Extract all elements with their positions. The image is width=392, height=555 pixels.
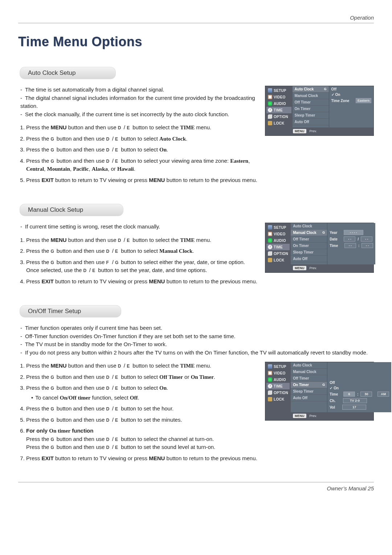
time-icon [268,108,272,112]
time-hh: - - [344,243,356,248]
option-icon [268,251,272,256]
section-a-steps: Press the MENU button and then use D / E… [18,123,258,184]
list-item: For only On timer function Press the G b… [26,427,258,451]
nav-audio: AUDIO [266,376,290,383]
osd-item: Sleep Timer [293,112,329,119]
year-value: - - - - [344,230,363,235]
osd-item-auto-clock: Auto ClockG [293,86,329,93]
prev-chip: Prev. [308,129,319,133]
page-title: Time Menu Options [18,34,374,49]
osd-item: Sleep Timer [291,249,327,256]
nav-audio: AUDIO [266,237,290,244]
page-header: Operation [18,15,374,23]
timer-ampm: AM [377,392,389,397]
nav-video: VIDEO [266,94,291,100]
section-a-text: The time is set automatically from a dig… [18,86,258,187]
osd-right: Off On Time Zone Eastern [329,86,373,127]
section-c-text: Press the MENU button and then use D / E… [18,362,258,465]
section-label: Operation [350,15,374,21]
osd-item: Auto Clock [291,223,327,230]
audio-icon [268,101,272,106]
list-item: If you do not press any button within 2 … [20,349,374,357]
nav-time: TIME [266,244,290,250]
option-icon [268,390,272,395]
audio-icon [268,238,272,243]
nav-setup: SETUP [266,224,290,231]
g-indicator: G [324,87,327,91]
check-icon: On [331,93,340,97]
prev-chip: Prev. [308,266,319,270]
section-c-title: On/Off Timer Setup [20,305,121,317]
g-indicator: G [322,231,325,234]
list-item: The digital channel signal includes info… [20,94,258,110]
date-mm: - - [344,236,355,242]
nav-option: OPTION [266,250,290,257]
list-item: The time is set automatically from a dig… [20,86,258,94]
list-item: Press EXIT button to return to TV viewin… [26,454,258,463]
section-b-title: Manual Clock Setup [20,204,123,216]
osd-item: Off Timer [291,375,327,382]
osd-footer: MENU Prev. [293,128,371,134]
list-item: Press the G button and then use D / E bu… [26,247,258,255]
timer-min: 30 [360,392,372,397]
nav-time: TIME [266,383,290,389]
nav-lock: LOCK [266,120,291,126]
osd-item-on-timer: On TimerG [291,382,327,388]
page-footer: Owner’s Manual 25 [18,482,374,491]
list-item: Press the G button and then use F / G bu… [26,258,258,275]
section-a-title: Auto Clock Setup [20,67,116,79]
timer-volume: 17 [342,405,366,410]
nav-lock: LOCK [266,396,290,402]
nav-video: VIDEO [266,231,290,237]
setup-icon [268,225,272,230]
nav-setup: SETUP [266,363,290,370]
setup-icon [268,88,272,93]
section-c-intro-block: Timer function operates only if current … [18,324,374,357]
osd-nav: SETUP VIDEO AUDIO TIME OPTION LOCK [265,86,293,127]
setup-icon [268,364,272,369]
osd-item: Auto Off [291,256,327,262]
osd-item: Manual Clock [291,369,327,375]
nav-setup: SETUP [266,87,291,94]
section-a-intro: The time is set automatically from a dig… [20,86,258,118]
menu-chip: MENU [293,266,306,270]
timezone-value: Eastern [356,98,371,103]
osd-auto-clock: SETUP VIDEO AUDIO TIME OPTION LOCK Auto … [265,86,374,136]
osd-item-manual-clock: Manual ClockG [291,230,327,236]
osd-item: On Timer [291,243,327,249]
nav-time: TIME [266,107,291,113]
option-icon [268,114,272,119]
timer-channel: TV 2-0 [343,398,367,403]
list-item: The TV must be in standby mode for the O… [20,340,374,349]
list-item: Press the G button and then use D / E bu… [26,146,258,154]
section-b-text: If current time setting is wrong, reset … [18,223,258,288]
list-item: Press the MENU button and then use D / E… [26,123,258,132]
time-icon [268,384,272,388]
video-icon [268,95,272,99]
list-item: Press the G button and then use D / E bu… [26,416,258,424]
nav-audio: AUDIO [266,100,291,107]
list-item: Set the clock manually, if the current t… [20,110,258,119]
video-icon [268,371,272,375]
osd-item: Auto Clock [291,362,327,369]
list-item: Press the G button and then use D / E bu… [26,135,258,143]
osd-manual-clock: SETUP VIDEO AUDIO TIME OPTION LOCK Auto … [265,223,374,273]
list-item: Press EXIT button to return to TV viewin… [26,176,258,185]
list-item: If current time setting is wrong, reset … [20,223,258,231]
nav-option: OPTION [266,113,291,120]
nav-video: VIDEO [266,370,290,376]
nav-option: OPTION [266,389,290,396]
osd-item: Off Timer [291,236,327,243]
osd-item: Off Timer [293,99,329,106]
date-dd: - - [361,236,372,242]
menu-chip: MENU [293,414,306,418]
nav-lock: LOCK [266,257,290,263]
time-mm: - - [362,243,373,248]
sub-bullet: To cancel On/Off timer function, select … [31,394,258,402]
osd-on-off-timer: SETUP VIDEO AUDIO TIME OPTION LOCK Auto … [265,362,374,421]
audio-icon [268,377,272,382]
list-item: Press EXIT button to return to TV viewin… [26,278,258,286]
list-item: Timer function operates only if current … [20,324,374,332]
time-icon [268,245,272,249]
osd-item: Auto Off [291,395,327,401]
